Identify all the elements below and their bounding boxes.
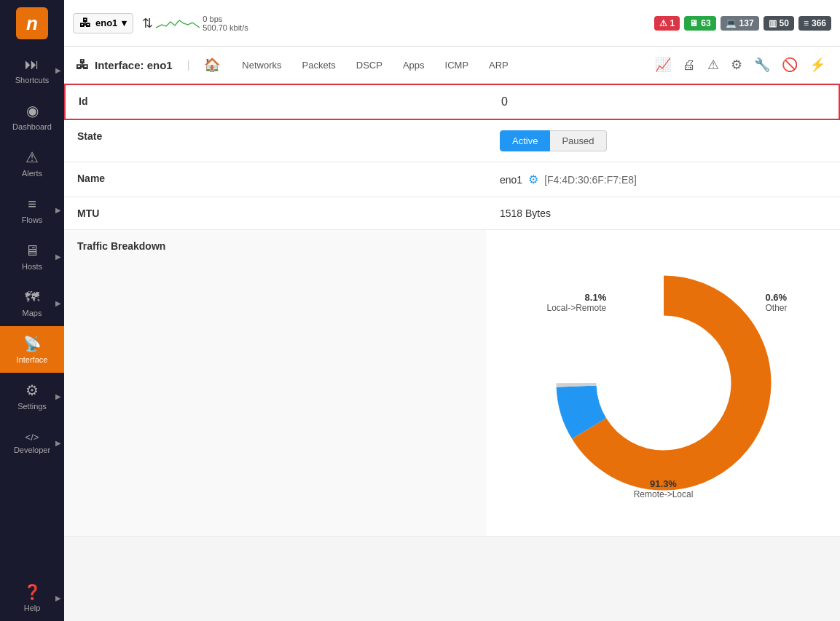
local-remote-pct: 8.1% <box>547 292 607 303</box>
state-buttons: Active Paused <box>500 130 827 151</box>
sidebar-item-label: Alerts <box>22 169 42 178</box>
flows-badge-icon: ▥ <box>769 18 777 28</box>
dashboard-icon: ◉ <box>26 102 39 119</box>
traffic-row: Traffic Breakdown <box>64 230 840 537</box>
laptop-icon: 💻 <box>726 18 737 28</box>
id-value: 0 <box>488 85 839 119</box>
shortcuts-icon: ⏭ <box>25 56 39 73</box>
name-value-container: eno1 ⚙ [F4:4D:30:6F:F7:E8] <box>500 173 827 186</box>
nav-tabs: Networks Packets DSCP Apps ICMP ARP <box>232 55 518 75</box>
logo-icon: n <box>16 7 48 39</box>
monitor-icon: 🖥 <box>689 18 698 28</box>
local-remote-name: Local->Remote <box>547 303 607 313</box>
remote-local-name: Remote->Local <box>634 489 694 499</box>
nav-divider: | <box>187 59 190 71</box>
flows-count: 50 <box>780 18 789 28</box>
settings-icon: ⚙ <box>25 381 39 399</box>
sidebar-item-label: Hosts <box>22 262 42 271</box>
traffic-values: 0 bps 500.70 kbit/s <box>203 15 248 32</box>
interface-name-text: eno1 <box>500 174 522 186</box>
traffic-arrows-icon: ⇅ <box>142 15 153 31</box>
sidebar-item-help[interactable]: ❓ Help ▶ <box>0 574 64 621</box>
user-slash-icon[interactable]: 🚫 <box>779 54 801 76</box>
content-header: 🖧 Interface: eno1 | 🏠 Networks Packets D… <box>64 47 840 84</box>
developer-icon: </> <box>25 432 39 443</box>
name-row: Name eno1 ⚙ [F4:4D:30:6F:F7:E8] <box>64 162 840 197</box>
page-title-icon: 🖧 <box>76 58 89 73</box>
expand-arrow: ▶ <box>55 253 61 261</box>
sidebar-item-flows[interactable]: ≡ Flows ▶ <box>0 186 64 233</box>
topbar-badges: ⚠ 1 🖥 63 💻 137 ▥ 50 ≡ 366 <box>654 16 831 31</box>
dropdown-arrow-icon: ▾ <box>122 17 127 28</box>
packets-count-badge[interactable]: ≡ 366 <box>798 16 831 31</box>
sidebar: n ⏭ Shortcuts ▶ ◉ Dashboard ⚠ Alerts ≡ F… <box>0 0 64 621</box>
label-local-remote: 8.1% Local->Remote <box>547 292 607 313</box>
print-icon[interactable]: 🖨 <box>680 55 699 76</box>
hosts-icon: 🖥 <box>25 242 39 259</box>
name-value: eno1 ⚙ [F4:4D:30:6F:F7:E8] <box>487 162 840 197</box>
tab-packets[interactable]: Packets <box>292 55 346 75</box>
tab-dscp[interactable]: DSCP <box>346 55 393 75</box>
hosts-count-badge[interactable]: 💻 137 <box>721 16 759 31</box>
warning-icon[interactable]: ⚠ <box>704 54 722 76</box>
monitor-badge[interactable]: 🖥 63 <box>684 16 715 31</box>
sidebar-item-label: Settings <box>17 402 47 411</box>
content-body: Id 0 State Active Paused Name eno1 ⚙ [F4… <box>64 84 840 621</box>
expand-arrow: ▶ <box>55 392 61 400</box>
sidebar-item-label: Help <box>24 604 41 612</box>
sidebar-item-hosts[interactable]: 🖥 Hosts ▶ <box>0 233 64 280</box>
sidebar-item-dashboard[interactable]: ◉ Dashboard <box>0 93 64 140</box>
expand-arrow: ▶ <box>55 66 61 74</box>
label-other: 0.6% Other <box>765 292 787 313</box>
packets-badge-icon: ≡ <box>804 18 809 28</box>
sidebar-item-developer[interactable]: </> Developer ▶ <box>0 419 64 466</box>
other-name: Other <box>765 303 787 313</box>
sidebar-item-label: Flows <box>22 215 43 224</box>
tab-arp[interactable]: ARP <box>479 55 519 75</box>
lightning-icon[interactable]: ⚡ <box>806 54 828 76</box>
interface-name: eno1 <box>95 17 117 28</box>
tab-apps[interactable]: Apps <box>393 55 435 75</box>
donut-chart: 8.1% Local->Remote 0.6% Other 91.3% Remo… <box>511 245 817 521</box>
home-icon[interactable]: 🏠 <box>204 57 220 73</box>
help-icon: ❓ <box>23 583 42 601</box>
gear-icon[interactable]: ⚙ <box>728 54 745 76</box>
page-title-section: 🖧 Interface: eno1 <box>76 58 173 73</box>
name-gear-icon[interactable]: ⚙ <box>528 173 538 186</box>
tab-networks[interactable]: Networks <box>232 55 291 75</box>
alerts-badge[interactable]: ⚠ 1 <box>654 16 680 31</box>
svg-point-3 <box>602 321 726 445</box>
tab-icmp[interactable]: ICMP <box>435 55 479 75</box>
sidebar-item-settings[interactable]: ⚙ Settings ▶ <box>0 373 64 419</box>
traffic-chart-cell: 8.1% Local->Remote 0.6% Other 91.3% Remo… <box>487 230 840 536</box>
expand-arrow: ▶ <box>55 299 61 307</box>
traffic-sparkline <box>156 15 200 32</box>
interface-selector[interactable]: 🖧 eno1 ▾ <box>73 13 133 33</box>
state-active-button[interactable]: Active <box>500 130 550 151</box>
sidebar-item-maps[interactable]: 🗺 Maps ▶ <box>0 280 64 326</box>
sidebar-item-label: Maps <box>23 309 42 317</box>
traffic-down-value: 500.70 kbit/s <box>203 23 248 32</box>
other-pct: 0.6% <box>765 292 787 303</box>
flows-icon: ≡ <box>28 196 36 213</box>
sidebar-item-interface[interactable]: 📡 Interface <box>0 326 64 373</box>
sidebar-item-shortcuts[interactable]: ⏭ Shortcuts ▶ <box>0 47 64 93</box>
state-paused-button[interactable]: Paused <box>550 130 606 151</box>
sidebar-item-label: Dashboard <box>12 122 52 131</box>
wrench-icon[interactable]: 🔧 <box>751 54 773 76</box>
state-row: State Active Paused <box>64 120 840 162</box>
traffic-up-value: 0 bps <box>203 15 248 23</box>
nic-icon: 🖧 <box>79 17 91 30</box>
logo: n <box>0 0 64 47</box>
alert-icon: ⚠ <box>659 18 667 28</box>
sidebar-item-alerts[interactable]: ⚠ Alerts <box>0 140 64 186</box>
id-label: Id <box>66 85 488 119</box>
state-value: Active Paused <box>487 120 840 162</box>
traffic-indicator: ⇅ 0 bps 500.70 kbit/s <box>142 15 248 32</box>
interface-icon: 📡 <box>23 335 42 352</box>
chart-icon[interactable]: 📈 <box>652 54 674 76</box>
expand-arrow: ▶ <box>55 594 61 602</box>
sidebar-item-label: Developer <box>14 446 50 454</box>
expand-arrow: ▶ <box>55 206 61 214</box>
flows-count-badge[interactable]: ▥ 50 <box>764 16 794 31</box>
